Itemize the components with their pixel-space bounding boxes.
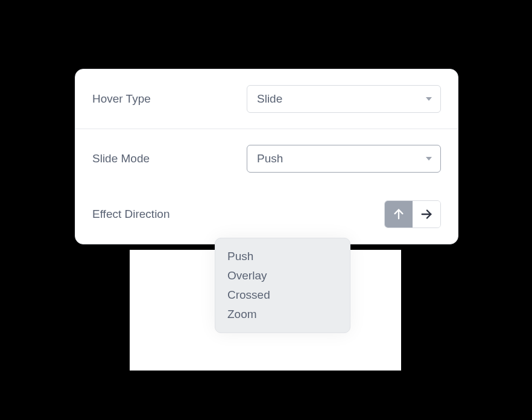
slide-mode-label: Slide Mode (92, 152, 150, 165)
dropdown-option-zoom[interactable]: Zoom (227, 305, 338, 324)
chevron-down-icon (426, 157, 432, 161)
effect-direction-row: Effect Direction (75, 188, 458, 244)
dropdown-option-overlay[interactable]: Overlay (227, 266, 338, 285)
dropdown-option-crossed[interactable]: Crossed (227, 285, 338, 305)
hover-type-row: Hover Type Slide (75, 69, 458, 129)
dropdown-option-push[interactable]: Push (227, 247, 338, 266)
settings-panel: Hover Type Slide Slide Mode Push Effect … (75, 69, 458, 244)
slide-mode-select[interactable]: Push (247, 145, 441, 173)
direction-button-group (384, 200, 441, 228)
hover-type-select[interactable]: Slide (247, 85, 441, 113)
slide-mode-row: Slide Mode Push (75, 129, 458, 188)
arrow-up-icon (392, 208, 405, 221)
chevron-down-icon (426, 97, 432, 101)
direction-up-button[interactable] (385, 201, 413, 228)
arrow-right-icon (420, 208, 433, 221)
direction-right-button[interactable] (413, 201, 440, 228)
hover-type-label: Hover Type (92, 92, 151, 106)
hover-type-value: Slide (257, 92, 282, 106)
slide-mode-dropdown: Push Overlay Crossed Zoom (215, 238, 350, 333)
slide-mode-value: Push (257, 152, 283, 165)
effect-direction-label: Effect Direction (92, 208, 169, 221)
